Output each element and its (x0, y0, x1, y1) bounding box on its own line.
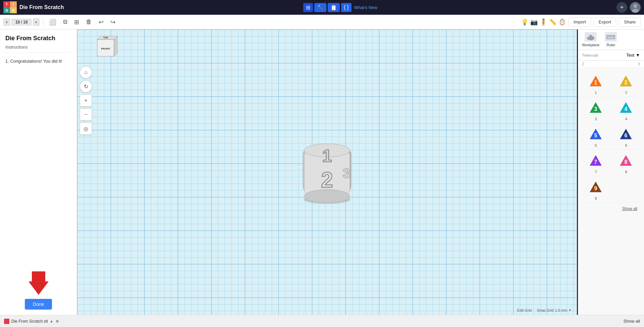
code-view-button[interactable]: { } (341, 3, 352, 12)
shape-row-3: 5 5 6 6 (581, 123, 641, 150)
done-button[interactable]: Done (25, 299, 52, 310)
shape-1-svg: 1 (587, 73, 605, 88)
undo-button[interactable]: ↩ (96, 17, 106, 27)
filename-label: Die From Scratch.stl (11, 319, 48, 324)
file-icon (4, 319, 9, 324)
whats-new-button[interactable]: What's New (354, 5, 377, 10)
workplane-label: Workplane (582, 43, 599, 47)
shape-item-8[interactable]: 8 8 (613, 152, 640, 174)
viewport-controls: ⌂ ↻ + − ◎ (80, 66, 92, 135)
svg-marker-7 (114, 36, 117, 56)
grid-view-button[interactable]: ⊞ (303, 3, 313, 12)
ruler-icon-button[interactable]: 📏 (549, 18, 556, 26)
status-bar: Die From Scratch.stl ▲ ✕ Show all (0, 315, 644, 327)
shape-label-4: 4 (625, 117, 627, 121)
die-svg: 1 2 3 (293, 131, 361, 205)
step-prev-button[interactable]: < (3, 18, 10, 26)
shape-label-5: 5 (595, 143, 597, 147)
person-button[interactable]: 🧍 (540, 18, 547, 26)
reset-view-button[interactable]: ◎ (80, 123, 92, 135)
shape-item-7[interactable]: 7 7 (582, 152, 609, 174)
redo-button[interactable]: ↪ (108, 17, 118, 27)
ungroup-button[interactable]: ⊞ (72, 17, 82, 27)
step-next-button[interactable]: > (33, 18, 40, 26)
shape-item-9[interactable]: 9 9 (582, 178, 609, 200)
shape-thumb-2: 2 (616, 72, 636, 89)
select-tool-button[interactable]: ⬜ (47, 17, 59, 27)
tinkercad-label: Tinkercad (582, 53, 598, 57)
logo-i: I (10, 1, 17, 7)
ruler-label: Ruler (606, 43, 615, 47)
shape-7-svg: 7 (587, 153, 605, 168)
shape-item-3[interactable]: 3 3 (582, 99, 609, 121)
svg-text:7: 7 (594, 159, 597, 165)
camera-button[interactable]: 📷 (530, 18, 538, 26)
shape-item-2[interactable]: 2 2 (613, 72, 640, 94)
show-all-button[interactable]: Show all (622, 206, 637, 211)
group-button[interactable]: ⧉ (61, 17, 70, 27)
die-3d-container: 1 2 3 (293, 131, 361, 206)
ruler-tab[interactable]: Ruler (605, 32, 617, 47)
shape-item-4[interactable]: 4 4 (613, 99, 640, 121)
shape-row-1: 1 1 2 2 (581, 70, 641, 97)
import-button[interactable]: Import (569, 17, 591, 26)
home-view-button[interactable]: ⌂ (80, 66, 92, 78)
workplane-icon (585, 32, 597, 42)
orientation-cube-svg: TOP FRONT (94, 33, 117, 60)
add-user-button[interactable]: + (616, 2, 627, 13)
export-button[interactable]: Export (594, 17, 616, 26)
ruler-icon-svg (606, 34, 615, 40)
hammer-view-button[interactable]: 🔨 (314, 3, 326, 12)
delete-button[interactable]: 🗑 (84, 17, 94, 27)
shape-label-7: 7 (595, 170, 597, 174)
shape-2-svg: 2 (617, 73, 635, 88)
text-label: Text (626, 53, 634, 58)
view-icons: ⊞ 🔨 📋 { } (303, 3, 352, 12)
mirror-button[interactable]: 🪞 (558, 18, 566, 26)
shape-item-6[interactable]: 6 6 (613, 125, 640, 147)
shape-item-1[interactable]: 1 1 (582, 72, 609, 94)
shapes-grid: 1 1 2 2 (578, 68, 644, 217)
main-content: Die From Scratch Instructions 1. Congrat… (0, 29, 644, 315)
workplane-icon-svg (586, 34, 595, 40)
step-counter: 18 / 18 (11, 19, 32, 25)
panel-collapse-button[interactable]: › (577, 70, 578, 83)
light-bulb-button[interactable]: 💡 (521, 18, 528, 26)
shape-thumb-1: 1 (586, 72, 606, 89)
arrow-indicator (29, 271, 49, 295)
orientation-cube[interactable]: TOP FRONT (94, 33, 117, 60)
rotate-view-button[interactable]: ↻ (80, 80, 92, 92)
scroll-label-z: Z (582, 62, 584, 66)
shape-thumb-4: 4 (616, 99, 636, 116)
shape-label-1: 1 (595, 90, 597, 94)
workplane-tab[interactable]: Workplane (582, 32, 599, 47)
shape-thumb-3: 3 (586, 99, 606, 116)
canvas-area[interactable]: TOP FRONT ⌂ ↻ + − ◎ (77, 29, 577, 315)
user-avatar[interactable] (630, 2, 641, 13)
share-button[interactable]: Share (619, 17, 641, 26)
logo-t: T (3, 1, 10, 7)
close-file-button[interactable]: ✕ (55, 319, 59, 324)
shape-label-9: 9 (595, 196, 597, 200)
right-panel: › Workplane (577, 29, 644, 315)
zoom-in-button[interactable]: + (80, 94, 92, 107)
shape-thumb-6: 6 (616, 125, 636, 142)
top-bar: T I N K Die From Scratch ⊞ 🔨 📋 { } What'… (0, 0, 644, 15)
expand-icon: ▲ (50, 319, 53, 323)
logo-area: T I N K Die From Scratch (3, 1, 64, 13)
zoom-out-button[interactable]: − (80, 109, 92, 121)
svg-text:1: 1 (322, 146, 332, 166)
svg-text:FRONT: FRONT (101, 47, 110, 50)
tinkercad-select[interactable]: Text ▼ (626, 53, 640, 58)
shape-row-2: 3 3 4 4 (581, 97, 641, 123)
shape-4-svg: 4 (617, 100, 635, 115)
shape-item-5[interactable]: 5 5 (582, 125, 609, 147)
scroll-label-0: 0 (638, 62, 640, 66)
svg-text:1: 1 (594, 80, 597, 85)
logo-k: K (10, 7, 17, 13)
clipboard-view-button[interactable]: 📋 (328, 3, 340, 12)
arrow-head (29, 281, 49, 295)
shape-thumb-9: 9 (586, 178, 606, 195)
svg-text:6: 6 (625, 133, 628, 138)
show-all-status-button[interactable]: Show all (624, 319, 640, 324)
